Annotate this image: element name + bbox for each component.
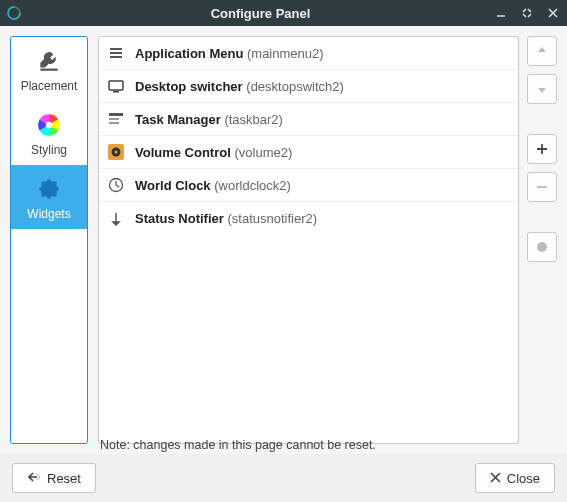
close-label: Close: [507, 471, 540, 486]
widget-row-text: Volume Control (volume2): [135, 145, 510, 160]
svg-rect-3: [110, 48, 122, 50]
widget-row[interactable]: Desktop switcher (desktopswitch2): [99, 70, 518, 103]
close-button[interactable]: Close: [475, 463, 555, 493]
widget-id: (desktopswitch2): [246, 79, 344, 94]
move-up-button[interactable]: [527, 36, 557, 66]
widget-row-text: Desktop switcher (desktopswitch2): [135, 79, 510, 94]
sidebar-item-widgets[interactable]: Widgets: [11, 165, 87, 229]
desktop-icon: [107, 77, 125, 95]
widget-row[interactable]: Application Menu (mainmenu2): [99, 37, 518, 70]
sidebar-item-styling[interactable]: Styling: [11, 101, 87, 165]
svg-rect-5: [110, 56, 122, 58]
configure-widget-button[interactable]: [527, 232, 557, 262]
close-icon: [490, 471, 501, 486]
widget-id: (statusnotifier2): [227, 211, 317, 226]
widget-name: Desktop switcher: [135, 79, 243, 94]
widget-row[interactable]: Status Notifier (statusnotifier2): [99, 202, 518, 235]
sidebar-item-label: Placement: [21, 79, 78, 93]
widget-row-text: Status Notifier (statusnotifier2): [135, 211, 510, 226]
svg-point-15: [537, 242, 547, 252]
close-window-button[interactable]: [545, 5, 561, 21]
move-down-button[interactable]: [527, 74, 557, 104]
color-wheel-icon: [35, 111, 63, 139]
widget-row[interactable]: Task Manager (taskbar2): [99, 103, 518, 136]
add-widget-button[interactable]: [527, 134, 557, 164]
sidebar-item-placement[interactable]: Placement: [11, 37, 87, 101]
maximize-button[interactable]: [519, 5, 535, 21]
reset-button[interactable]: Reset: [12, 463, 96, 493]
sidebar: Placement Styling: [10, 36, 88, 444]
widget-id: (taskbar2): [224, 112, 283, 127]
widget-name: Application Menu: [135, 46, 243, 61]
reset-label: Reset: [47, 471, 81, 486]
wrench-icon: [35, 47, 63, 75]
svg-rect-1: [40, 69, 57, 71]
widget-name: Task Manager: [135, 112, 221, 127]
svg-rect-6: [109, 81, 123, 90]
menu-icon: [107, 44, 125, 62]
widget-row-text: Task Manager (taskbar2): [135, 112, 510, 127]
status-icon: [107, 210, 125, 228]
svg-point-2: [46, 122, 53, 129]
widget-id: (mainmenu2): [247, 46, 324, 61]
window-title: Configure Panel: [28, 6, 493, 21]
titlebar: Configure Panel: [0, 0, 567, 26]
svg-rect-8: [109, 113, 123, 116]
clock-icon: [107, 176, 125, 194]
bottom-bar: Reset Close: [0, 454, 567, 502]
widget-row-text: World Clock (worldclock2): [135, 178, 510, 193]
app-icon: [6, 5, 22, 21]
puzzle-icon: [35, 175, 63, 203]
remove-widget-button[interactable]: [527, 172, 557, 202]
widget-list: Application Menu (mainmenu2)Desktop swit…: [99, 37, 518, 443]
widget-list-frame: Application Menu (mainmenu2)Desktop swit…: [98, 36, 519, 444]
widget-row[interactable]: Volume Control (volume2): [99, 136, 518, 169]
widget-row[interactable]: World Clock (worldclock2): [99, 169, 518, 202]
widget-id: (volume2): [234, 145, 292, 160]
svg-rect-4: [110, 52, 122, 54]
svg-rect-10: [109, 122, 119, 124]
svg-rect-7: [113, 91, 119, 93]
widget-name: Volume Control: [135, 145, 231, 160]
sidebar-item-label: Widgets: [27, 207, 70, 221]
widget-id: (worldclock2): [214, 178, 291, 193]
reset-icon: [27, 470, 41, 487]
footer-note: Note: changes made in this page cannot b…: [100, 438, 376, 452]
widget-name: World Clock: [135, 178, 211, 193]
svg-point-13: [115, 151, 118, 154]
volume-icon: [107, 143, 125, 161]
taskbar-icon: [107, 110, 125, 128]
minimize-button[interactable]: [493, 5, 509, 21]
sidebar-item-label: Styling: [31, 143, 67, 157]
svg-rect-9: [109, 118, 119, 120]
widget-row-text: Application Menu (mainmenu2): [135, 46, 510, 61]
widget-name: Status Notifier: [135, 211, 224, 226]
